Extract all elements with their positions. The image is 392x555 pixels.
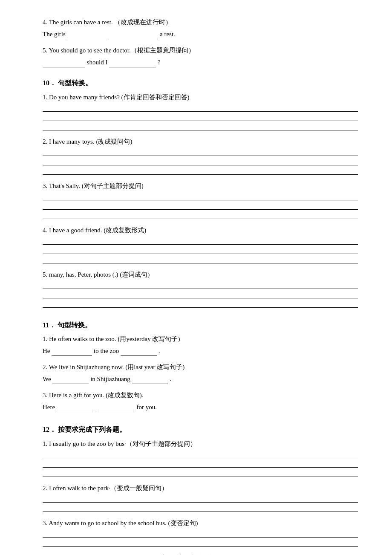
s10-q3-line1[interactable] [43,193,358,200]
s10-q1-line2[interactable] [43,113,358,121]
s11-q3-here: Here [43,404,57,410]
s10-q5-line3[interactable] [43,300,358,308]
q5-middle: should I [87,59,110,66]
question-4-girls: 4. The girls can have a rest. （改成现在进行时） … [43,17,358,39]
s12-q1: 1. I usually go to the zoo by bus·（对句子主题… [43,439,358,477]
q5-blank2[interactable] [109,61,156,67]
s10-q2-line3[interactable] [43,167,358,175]
q5-answer: should I ? [43,57,358,67]
s10-q2-text: 2. I have many toys. (改成疑问句) [43,136,358,147]
s12-q4-text: 4. 15 students usually go to school on f… [43,553,358,555]
q4-blank2[interactable] [107,32,158,39]
s11-q2-period: . [170,376,171,382]
top-exercises: 4. The girls can have a rest. （改成现在进行时） … [43,17,358,67]
s10-q4-line2[interactable] [43,246,358,254]
section-10: 10． 句型转换。 1. Do you have many friends? (… [43,78,358,308]
s10-q4-line3[interactable] [43,256,358,263]
s10-q1-line3[interactable] [43,123,358,130]
s10-q2-line1[interactable] [43,148,358,156]
q5-number: 5. [43,47,49,54]
s10-q3: 3. That's Sally. (对句子主题部分提问) [43,181,358,219]
s11-q1-mid: to the zoo [94,347,121,354]
q4-answer: The girls a rest. [43,29,358,39]
section10-title: 10． 句型转换。 [43,78,358,89]
s11-q3-blank2[interactable] [97,405,135,412]
s10-q2: 2. I have many toys. (改成疑问句) [43,136,358,175]
s11-q1-he: He [43,347,52,354]
section11-title: 11． 句型转换。 [43,320,358,331]
s12-q2: 2. I often walk to the park·（变成一般疑问句） [43,483,358,512]
s12-q1-line3[interactable] [43,469,358,477]
s12-q1-text: 1. I usually go to the zoo by bus·（对句子主题… [43,439,358,449]
s11-q3-suffix: for you. [136,404,157,410]
q4-text: 4. The girls can have a rest. （改成现在进行时） [43,17,358,27]
q4-prefix: The girls [43,31,67,38]
s11-q2-text: 2. We live in Shijiazhuang now. (用last y… [43,362,358,372]
section-12: 12． 按要求完成下列各题。 1. I usually go to the zo… [43,424,358,555]
section-11: 11． 句型转换。 1. He often walks to the zoo. … [43,320,358,413]
q5-suffix: ? [158,59,161,66]
s11-q3-blank1[interactable] [57,405,95,412]
s12-q1-line1[interactable] [43,451,358,458]
s12-q3: 3. Andy wants to go to school by the sch… [43,518,358,547]
s11-q1-blank1[interactable] [52,349,92,356]
q5-blank1[interactable] [43,61,85,67]
s11-q1: 1. He often walks to the zoo. (用yesterda… [43,334,358,356]
s10-q1-line1[interactable] [43,104,358,112]
s10-q5-text: 5. many, has, Peter, photos (.) (连词成句) [43,269,358,280]
question-5-doctor: 5. You should go to see the doctor.（根据主题… [43,45,358,67]
s11-q3-text: 3. Here is a gift for you. (改成复数句). [43,390,358,400]
q5-text: 5. You should go to see the doctor.（根据主题… [43,45,358,55]
s11-q2-blank2[interactable] [132,377,168,384]
s12-q2-line1[interactable] [43,495,358,503]
s10-q4-line1[interactable] [43,237,358,245]
s11-q3: 3. Here is a gift for you. (改成复数句). Here… [43,390,358,412]
s11-q2-blank1[interactable] [52,377,89,384]
s10-q5: 5. many, has, Peter, photos (.) (连词成句) [43,269,358,308]
s11-q1-text: 1. He often walks to the zoo. (用yesterda… [43,334,358,344]
s10-q4: 4. I have a good friend. (改成复数形式) [43,225,358,263]
q5-question: You should go to see the doctor.（根据主题意思提… [49,47,194,54]
s11-q2-answer: We in Shijiazhuang . [43,374,358,384]
s12-q3-text: 3. Andy wants to go to school by the sch… [43,518,358,528]
s10-q3-line3[interactable] [43,211,358,219]
section12-title: 12． 按要求完成下列各题。 [43,424,358,435]
s11-q2: 2. We live in Shijiazhuang now. (用last y… [43,362,358,384]
s11-q1-blank2[interactable] [121,349,157,356]
q4-question: The girls can have a rest. （改成现在进行时） [49,19,172,26]
s10-q1: 1. Do you have many friends? (作肯定回答和否定回答… [43,92,358,130]
s12-q2-line2[interactable] [43,504,358,512]
s10-q4-text: 4. I have a good friend. (改成复数形式) [43,225,358,235]
q4-blank1[interactable] [67,32,106,39]
s10-q3-text: 3. That's Sally. (对句子主题部分提问) [43,181,358,191]
s11-q2-mid: in Shijiazhuang [90,376,132,382]
s10-q5-line2[interactable] [43,291,358,298]
s12-q4: 4. 15 students usually go to school on f… [43,553,358,555]
s12-q3-line2[interactable] [43,539,358,547]
s12-q2-text: 2. I often walk to the park·（变成一般疑问句） [43,483,358,493]
s10-q5-line1[interactable] [43,281,358,289]
s11-q2-we: We [43,376,52,382]
s12-q3-line1[interactable] [43,530,358,538]
s11-q1-period: . [159,347,160,354]
q4-suffix: a rest. [160,31,175,38]
s11-q3-answer: Here for you. [43,402,358,412]
s10-q2-line2[interactable] [43,158,358,165]
s10-q3-line2[interactable] [43,202,358,210]
s11-q1-answer: He to the zoo . [43,346,358,356]
s12-q1-line2[interactable] [43,460,358,468]
s10-q1-text: 1. Do you have many friends? (作肯定回答和否定回答… [43,92,358,102]
q4-number: 4. [43,19,49,26]
